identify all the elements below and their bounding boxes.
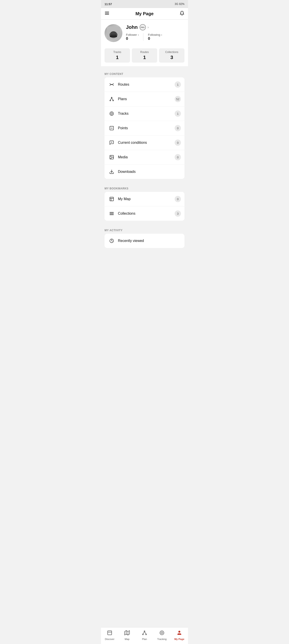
my-bookmarks-section: MY BOOKMARKS My Map 0 Co: [101, 182, 188, 224]
media-label: Media: [118, 155, 175, 159]
battery-indicator: 82%: [179, 2, 185, 6]
tracks-label: Tracks: [118, 112, 175, 116]
page-title: My Page: [135, 11, 153, 16]
routes-label: Routes: [118, 82, 175, 86]
svg-point-17: [111, 142, 112, 142]
notification-button[interactable]: [180, 11, 185, 17]
status-right: 3G 82%: [175, 2, 185, 6]
routes-icon: [108, 81, 115, 88]
my-bookmarks-card: My Map 0 Collections 3: [104, 192, 185, 221]
menu-item-tracks[interactable]: Tracks 1: [104, 106, 185, 121]
avatar[interactable]: [104, 24, 122, 42]
media-icon: [108, 154, 115, 161]
recent-icon: [108, 237, 115, 244]
my-bookmarks-title: MY BOOKMARKS: [104, 187, 185, 190]
svg-line-11: [110, 98, 112, 100]
plans-badge: 52: [175, 96, 181, 102]
profile-chevron[interactable]: ›: [148, 25, 149, 29]
stat-tracks[interactable]: Tracks 1: [104, 48, 130, 62]
my-activity-title: MY ACTIVITY: [104, 229, 185, 232]
tracks-badge: 1: [175, 110, 181, 117]
following-label: Following ›: [148, 33, 162, 36]
media-badge: 0: [175, 154, 181, 160]
routes-badge: 1: [175, 82, 181, 88]
menu-item-routes[interactable]: Routes 1: [104, 77, 185, 92]
my-content-section: MY CONTENT Routes 1 Plans 52: [101, 68, 188, 182]
conditions-label: Current conditions: [118, 141, 175, 145]
conditions-icon: [108, 139, 115, 146]
stat-collections[interactable]: Collections 3: [159, 48, 185, 62]
menu-item-collections[interactable]: Collections 3: [104, 206, 185, 221]
plans-label: Plans: [118, 97, 175, 101]
status-time: 11:57: [104, 2, 112, 6]
follower-label: Follower ›: [126, 33, 139, 36]
my-activity-section: MY ACTIVITY Recently viewed: [101, 224, 188, 250]
follow-row: Follower › 0 Following › 0: [126, 33, 185, 41]
stat-routes-label: Routes: [140, 50, 149, 54]
svg-point-19: [111, 156, 111, 157]
menu-item-plans[interactable]: Plans 52: [104, 92, 185, 106]
following-item[interactable]: Following › 0: [143, 33, 166, 41]
pro-badge: PRO: [140, 24, 146, 30]
points-badge: 0: [175, 125, 181, 131]
conditions-badge: 0: [175, 140, 181, 146]
network-indicator: 3G: [175, 2, 178, 6]
svg-point-14: [111, 113, 112, 114]
recently-card: Recently viewed: [104, 234, 185, 248]
stat-routes-value: 1: [143, 54, 146, 60]
header: My Page: [101, 8, 188, 20]
menu-item-recently-viewed[interactable]: Recently viewed: [104, 234, 185, 248]
stat-routes[interactable]: Routes 1: [132, 48, 157, 62]
collections-label: Collections: [118, 212, 175, 216]
menu-item-mymap[interactable]: My Map 0: [104, 192, 185, 206]
profile-info: John PRO › Follower › 0 Following › 0: [126, 24, 185, 41]
avatar-placeholder: [107, 26, 120, 40]
follower-item[interactable]: Follower › 0: [126, 33, 143, 41]
stats-row: Tracks 1 Routes 1 Collections 3: [101, 46, 188, 66]
mymap-badge: 0: [175, 196, 181, 202]
stat-tracks-label: Tracks: [113, 50, 121, 54]
menu-item-conditions[interactable]: Current conditions 0: [104, 136, 185, 150]
stat-collections-label: Collections: [165, 50, 178, 54]
profile-name: John: [126, 24, 138, 30]
svg-line-12: [112, 98, 113, 100]
profile-section: John PRO › Follower › 0 Following › 0: [101, 20, 188, 46]
downloads-icon: [108, 168, 115, 175]
my-content-card: Routes 1 Plans 52 Tracks 1: [104, 77, 185, 179]
downloads-label: Downloads: [118, 170, 181, 174]
menu-item-media[interactable]: Media 0: [104, 150, 185, 164]
plans-icon: [108, 96, 115, 103]
recently-viewed-label: Recently viewed: [118, 239, 181, 243]
points-icon: [108, 124, 115, 132]
mymap-icon: [108, 196, 115, 202]
menu-item-points[interactable]: Points 0: [104, 121, 185, 136]
tracks-icon: [108, 110, 115, 117]
avatar-image: [104, 24, 122, 42]
follower-count: 0: [126, 36, 128, 41]
svg-rect-21: [110, 197, 114, 201]
collections-icon: [108, 210, 115, 217]
points-label: Points: [118, 126, 175, 130]
bell-icon: [180, 11, 185, 16]
following-count: 0: [148, 36, 150, 41]
svg-rect-7: [110, 36, 117, 37]
status-bar: 11:57 3G 82%: [101, 0, 188, 8]
menu-button[interactable]: [104, 11, 109, 17]
profile-name-row: John PRO ›: [126, 24, 185, 30]
my-content-title: MY CONTENT: [104, 72, 185, 76]
stat-collections-value: 3: [170, 54, 173, 60]
stat-tracks-value: 1: [116, 54, 119, 60]
mymap-label: My Map: [118, 197, 175, 201]
menu-item-downloads[interactable]: Downloads: [104, 164, 185, 179]
collections-badge: 3: [175, 210, 181, 217]
svg-point-13: [110, 112, 114, 116]
hamburger-icon: [104, 11, 109, 16]
